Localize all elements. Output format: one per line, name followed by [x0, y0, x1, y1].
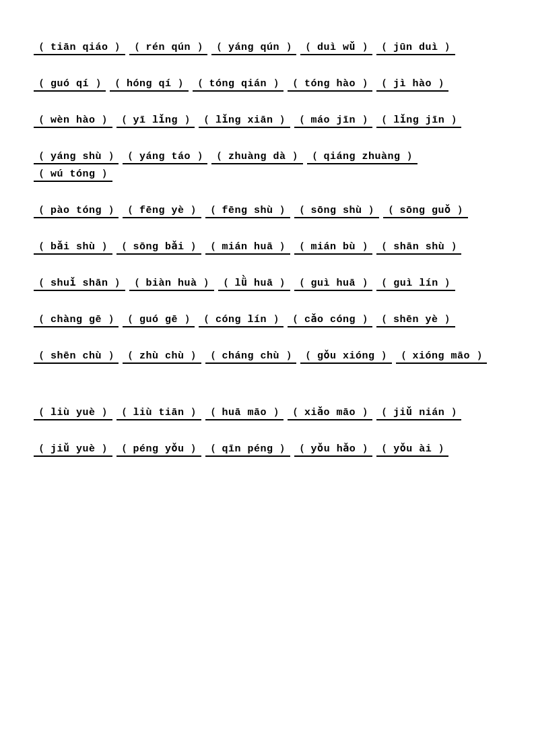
pinyin-text: （ wú tóng ） [34, 167, 112, 182]
list-item: （ guì lín ） [376, 276, 455, 291]
pinyin-text: （ mián huā ） [205, 240, 290, 255]
pinyin-text: （ sōng guǒ ） [383, 203, 468, 218]
pinyin-text: （ qīn péng ） [205, 442, 290, 457]
list-item: （ xiǎo māo ） [288, 406, 372, 420]
pinyin-text: （ rén qún ） [129, 40, 208, 55]
pinyin-text: （ shēn yè ） [376, 313, 455, 327]
spacer [34, 385, 500, 406]
list-item: （ bǎi shù ） [34, 240, 112, 255]
list-item: （ wèn hào ） [34, 113, 112, 128]
list-item: （ biàn huà ） [129, 276, 214, 291]
pinyin-text: （ gǒu xióng ） [300, 349, 392, 364]
list-item: （ yǒu hǎo ） [294, 442, 373, 457]
text-row: （ shēn chù ）（ zhù chù ）（ cháng chù ）（ gǒ… [34, 349, 500, 367]
pinyin-text: （ yáng qún ） [211, 40, 296, 55]
page: （ tiān qiáo ）（ rén qún ）（ yáng qún ）（ du… [0, 0, 534, 756]
pinyin-text: （ yǒu hǎo ） [294, 442, 373, 457]
pinyin-text: （ lǐng xiān ） [199, 113, 290, 128]
text-row: （ pào tóng ）（ fēng yè ）（ fēng shù ）（ sōn… [34, 203, 500, 221]
list-item: （ yǒu ài ） [376, 442, 448, 457]
pinyin-text: （ duì wǔ ） [300, 40, 372, 55]
list-item: （ rén qún ） [129, 40, 208, 55]
text-row: （ bǎi shù ）（ sōng bǎi ）（ mián huā ）（ miá… [34, 240, 500, 257]
pinyin-text: （ guó qí ） [34, 77, 106, 92]
list-item: （ shuǐ shān ） [34, 276, 125, 291]
pinyin-text: （ sōng shù ） [294, 203, 379, 218]
pinyin-text: （ tóng hào ） [288, 77, 372, 92]
pinyin-text: （ qiáng zhuàng ） [307, 150, 418, 164]
pinyin-text: （ yáng shù ） [34, 150, 119, 164]
pinyin-text: （ jiǔ nián ） [376, 406, 461, 420]
list-item: （ jiǔ nián ） [376, 406, 461, 420]
list-item: （ sōng shù ） [294, 203, 379, 218]
pinyin-text: （ zhù chù ） [123, 349, 201, 364]
list-item: （ zhù chù ） [123, 349, 201, 364]
pinyin-text: （ jiǔ yuè ） [34, 442, 112, 457]
list-item: （ tóng qián ） [193, 77, 284, 92]
pinyin-text: （ shēn chù ） [34, 349, 119, 364]
text-row: （ wèn hào ）（ yī lǐng ）（ lǐng xiān ）（ máo… [34, 113, 500, 131]
list-item: （ sōng bǎi ） [116, 240, 201, 255]
text-row: （ jiǔ yuè ）（ péng yǒu ）（ qīn péng ）（ yǒu… [34, 442, 500, 460]
list-item: （ fēng yè ） [123, 203, 201, 218]
list-item: （ tiān qiáo ） [34, 40, 125, 55]
pinyin-text: （ péng yǒu ） [116, 442, 201, 457]
list-item: （ cǎo cóng ） [288, 313, 372, 327]
pinyin-text: （ fēng yè ） [123, 203, 201, 218]
list-item: （ fēng shù ） [205, 203, 290, 218]
list-item: （ duì wǔ ） [300, 40, 372, 55]
list-item: （ guó qí ） [34, 77, 106, 92]
pinyin-text: （ lǐng jīn ） [376, 113, 461, 128]
pinyin-text: （ yáng táo ） [123, 150, 207, 164]
text-row: （ chàng gē ）（ guó gē ）（ cóng lín ）（ cǎo … [34, 313, 500, 330]
pinyin-text: （ chàng gē ） [34, 313, 119, 327]
list-item: （ cháng chù ） [205, 349, 297, 364]
pinyin-text: （ tiān qiáo ） [34, 40, 125, 55]
list-item: （ qiáng zhuàng ） [307, 150, 418, 164]
pinyin-text: （ jūn duì ） [376, 40, 455, 55]
pinyin-text: （ pào tóng ） [34, 203, 119, 218]
list-item: （ yáng táo ） [123, 150, 207, 164]
list-item: （ huā māo ） [205, 406, 284, 420]
list-item: （ lǐng xiān ） [199, 113, 290, 128]
text-row: （ yáng shù ）（ yáng táo ）（ zhuàng dà ）（ q… [34, 150, 500, 185]
list-item: （ liù tiān ） [116, 406, 201, 420]
list-item: （ guì huā ） [294, 276, 373, 291]
list-item: （ tóng hào ） [288, 77, 372, 92]
pinyin-text: （ cóng lín ） [199, 313, 283, 327]
pinyin-text: （ guì huā ） [294, 276, 373, 291]
list-item: （ gǒu xióng ） [300, 349, 392, 364]
pinyin-text: （ wèn hào ） [34, 113, 112, 128]
list-item: （ yáng qún ） [211, 40, 296, 55]
list-item: （ jì hào ） [376, 77, 448, 92]
list-item: （ shān shù ） [376, 240, 461, 255]
pinyin-text: （ tóng qián ） [193, 77, 284, 92]
list-item: （ qīn péng ） [205, 442, 290, 457]
pinyin-text: （ liù yuè ） [34, 406, 112, 420]
list-item: （ shēn chù ） [34, 349, 119, 364]
list-item: （ yī lǐng ） [116, 113, 195, 128]
pinyin-text: （ bǎi shù ） [34, 240, 112, 255]
pinyin-text: （ xiǎo māo ） [288, 406, 372, 420]
pinyin-text: （ fēng shù ） [205, 203, 290, 218]
pinyin-text: （ huā māo ） [205, 406, 284, 420]
pinyin-text: （ zhuàng dà ） [211, 150, 303, 164]
list-item: （ zhuàng dà ） [211, 150, 303, 164]
list-item: （ jūn duì ） [376, 40, 455, 55]
list-item: （ xióng māo ） [396, 349, 488, 364]
list-item: （ liù yuè ） [34, 406, 112, 420]
list-item: （ cóng lín ） [199, 313, 283, 327]
pinyin-text: （ mián bù ） [294, 240, 373, 255]
list-item: （ guó gē ） [123, 313, 195, 327]
list-item: （ hóng qí ） [110, 77, 189, 92]
pinyin-text: （ shān shù ） [376, 240, 461, 255]
list-item: （ pào tóng ） [34, 203, 119, 218]
pinyin-text: （ cháng chù ） [205, 349, 297, 364]
pinyin-text: （ cǎo cóng ） [288, 313, 372, 327]
pinyin-text: （ guó gē ） [123, 313, 195, 327]
pinyin-text: （ yī lǐng ） [116, 113, 195, 128]
pinyin-text: （ biàn huà ） [129, 276, 214, 291]
list-item: （ jiǔ yuè ） [34, 442, 112, 457]
pinyin-text: （ liù tiān ） [116, 406, 201, 420]
pinyin-text: （ lǜ huā ） [218, 276, 290, 291]
